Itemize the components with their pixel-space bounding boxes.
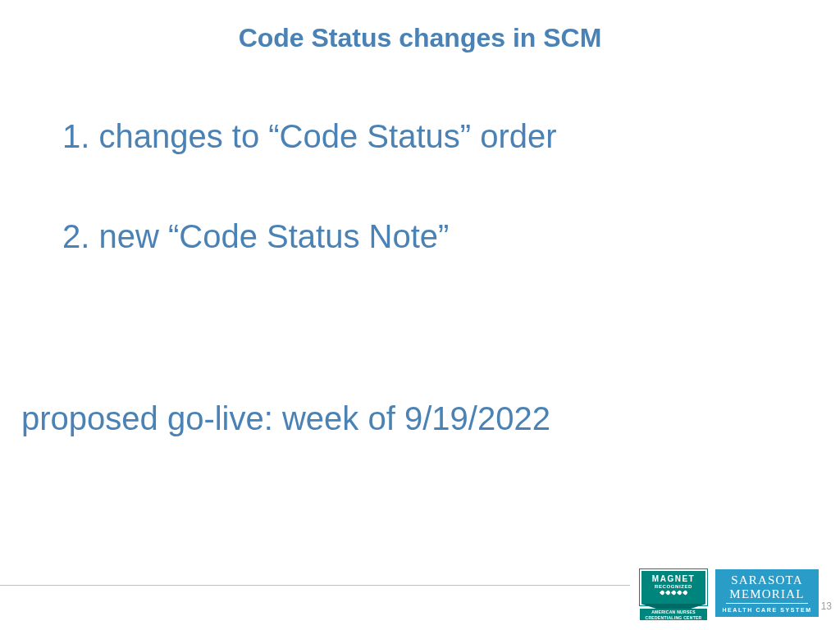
presentation-slide: Code Status changes in SCM 1. changes to… bbox=[0, 0, 840, 630]
magnet-flag-icon: MAGNET RECOGNIZED bbox=[640, 569, 707, 605]
bullet-item-1: 1. changes to “Code Status” order bbox=[62, 115, 791, 158]
footer-logos: MAGNET RECOGNIZED AMERICAN NURSES CREDEN… bbox=[637, 569, 819, 620]
sarasota-line2-text: MEMORIAL bbox=[729, 587, 804, 600]
sarasota-memorial-logo: SARASOTA MEMORIAL HEALTH CARE SYSTEM bbox=[715, 569, 819, 617]
slide-body: 1. changes to “Code Status” order 2. new… bbox=[62, 115, 791, 440]
magnet-bar-line2: CREDENTIALING CENTER bbox=[640, 615, 707, 621]
slide-title: Code Status changes in SCM bbox=[0, 23, 840, 53]
go-live-line: proposed go-live: week of 9/19/2022 bbox=[21, 397, 791, 440]
sarasota-line1: SARASOTA bbox=[721, 573, 813, 587]
sarasota-line2: MEMORIAL bbox=[721, 587, 813, 604]
magnet-subword: RECOGNIZED bbox=[641, 584, 705, 589]
magnet-recognized-logo: MAGNET RECOGNIZED AMERICAN NURSES CREDEN… bbox=[637, 569, 710, 620]
bullet-item-2: 2. new “Code Status Note” bbox=[62, 215, 791, 258]
laurel-icon bbox=[660, 591, 687, 597]
magnet-bar: AMERICAN NURSES CREDENTIALING CENTER bbox=[640, 609, 707, 620]
sarasota-tagline: HEALTH CARE SYSTEM bbox=[716, 605, 818, 616]
underline-icon bbox=[726, 603, 808, 604]
sarasota-top: SARASOTA MEMORIAL bbox=[716, 570, 818, 605]
magnet-word: MAGNET bbox=[641, 571, 705, 583]
page-number: 13 bbox=[821, 600, 832, 612]
footer-divider bbox=[0, 585, 630, 586]
magnet-bar-line1: AMERICAN NURSES bbox=[640, 609, 707, 615]
